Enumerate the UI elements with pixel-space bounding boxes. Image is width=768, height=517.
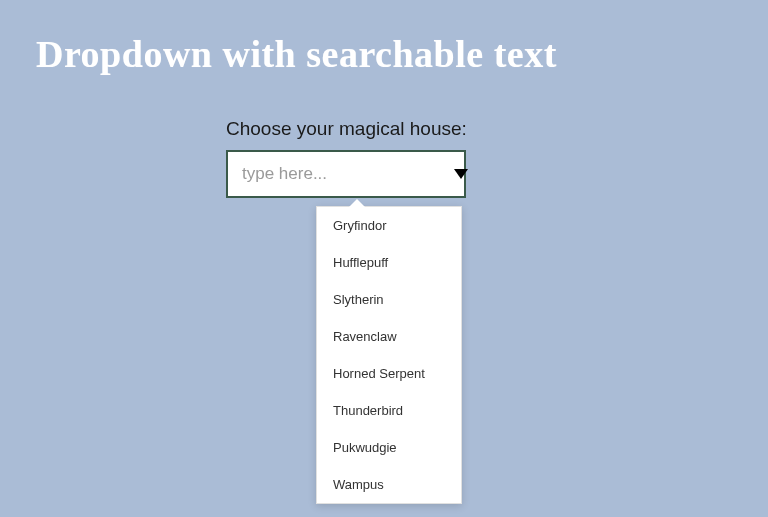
page-title: Dropdown with searchable text xyxy=(0,0,768,76)
dropdown-item[interactable]: Wampus xyxy=(317,466,461,503)
dropdown-item[interactable]: Ravenclaw xyxy=(317,318,461,355)
dropdown-item[interactable]: Hufflepuff xyxy=(317,244,461,281)
dropdown-input-box[interactable] xyxy=(226,150,466,198)
chevron-down-icon[interactable] xyxy=(454,169,468,179)
searchable-dropdown: Gryfindor Hufflepuff Slytherin Ravenclaw… xyxy=(226,150,466,198)
dropdown-label: Choose your magical house: xyxy=(226,118,768,140)
dropdown-item[interactable]: Gryfindor xyxy=(317,207,461,244)
dropdown-item[interactable]: Horned Serpent xyxy=(317,355,461,392)
dropdown-item[interactable]: Thunderbird xyxy=(317,392,461,429)
search-input[interactable] xyxy=(242,164,454,184)
dropdown-item[interactable]: Pukwudgie xyxy=(317,429,461,466)
dropdown-menu: Gryfindor Hufflepuff Slytherin Ravenclaw… xyxy=(316,206,462,504)
form-area: Choose your magical house: Gryfindor Huf… xyxy=(226,118,768,198)
dropdown-item[interactable]: Slytherin xyxy=(317,281,461,318)
